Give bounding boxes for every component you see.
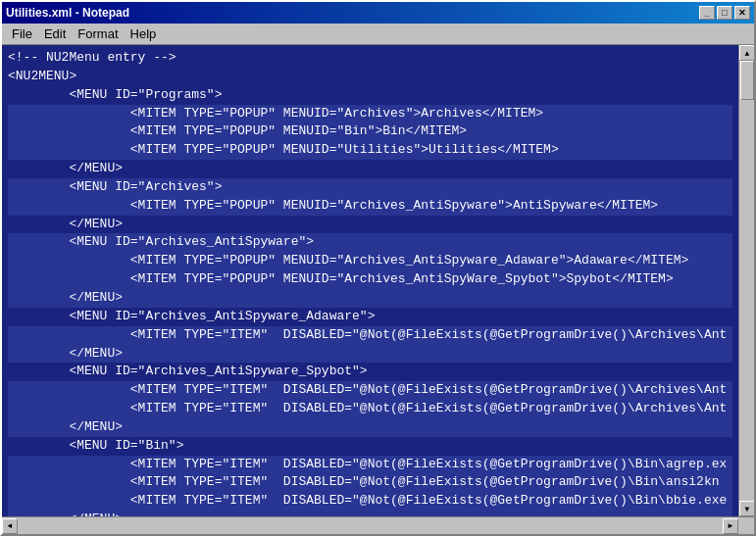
menu-format[interactable]: Format	[72, 24, 124, 43]
menu-file[interactable]: File	[6, 24, 38, 43]
vertical-scrollbar[interactable]: ▲ ▼	[738, 45, 754, 516]
scrollbar-track[interactable]	[739, 61, 754, 501]
scrollbar-corner	[738, 518, 754, 534]
scroll-left-button[interactable]: ◄	[2, 518, 18, 534]
menu-bar: File Edit Format Help	[2, 24, 754, 45]
horizontal-scrollbar[interactable]: ◄ ►	[2, 518, 738, 534]
maximize-button[interactable]: □	[717, 6, 732, 20]
content-area: <!-- NU2Menu entry --><NU2MENU> <MENU ID…	[2, 45, 754, 516]
menu-edit[interactable]: Edit	[38, 24, 72, 43]
window-title: Utilities.xml - Notepad	[6, 6, 129, 20]
close-button[interactable]: ✕	[734, 6, 750, 20]
minimize-button[interactable]: _	[699, 6, 715, 20]
bottom-bar: ◄ ►	[2, 516, 754, 534]
scroll-up-button[interactable]: ▲	[739, 45, 754, 61]
menu-help[interactable]: Help	[125, 24, 163, 43]
text-editor[interactable]: <!-- NU2Menu entry --><NU2MENU> <MENU ID…	[2, 45, 738, 516]
h-scrollbar-track[interactable]	[18, 518, 723, 534]
main-window: Utilities.xml - Notepad _ □ ✕ File Edit …	[0, 0, 756, 536]
scroll-right-button[interactable]: ►	[723, 518, 738, 534]
scrollbar-thumb[interactable]	[740, 61, 754, 100]
scroll-down-button[interactable]: ▼	[739, 501, 754, 516]
title-bar: Utilities.xml - Notepad _ □ ✕	[2, 2, 754, 24]
window-controls: _ □ ✕	[699, 6, 750, 20]
